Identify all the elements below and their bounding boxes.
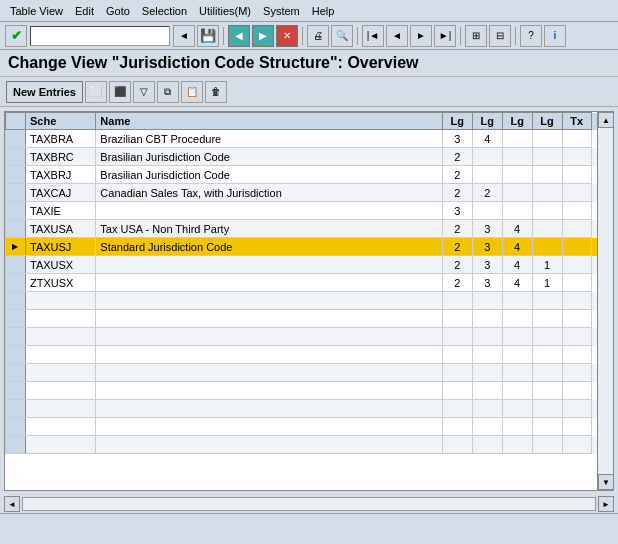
copy-button[interactable]: ⧉ (157, 81, 179, 103)
scroll-left-button[interactable]: ◄ (4, 496, 20, 512)
table-row[interactable]: ZTXUSX2341 (6, 274, 613, 292)
cell-sche (25, 292, 95, 310)
table-row[interactable] (6, 436, 613, 454)
cell-name (96, 202, 443, 220)
table-row[interactable]: TAXCAJCanadian Sales Tax, with Jurisdict… (6, 184, 613, 202)
table-row[interactable] (6, 328, 613, 346)
menu-edit[interactable]: Edit (69, 3, 100, 19)
layout-button[interactable]: ⊞ (465, 25, 487, 47)
cell-tx (562, 400, 591, 418)
last-page-button[interactable]: ►| (434, 25, 456, 47)
deselect-all-button[interactable]: ⬛ (109, 81, 131, 103)
paste-button[interactable]: 📋 (181, 81, 203, 103)
deselect-all-icon: ⬛ (114, 86, 126, 97)
cell-lg1 (442, 364, 472, 382)
help-button[interactable]: ? (520, 25, 542, 47)
nav-left-button[interactable]: ◄ (173, 25, 195, 47)
menu-goto[interactable]: Goto (100, 3, 136, 19)
menu-help[interactable]: Help (306, 3, 341, 19)
back-button[interactable]: ◀ (228, 25, 250, 47)
cell-lg3: 4 (502, 220, 532, 238)
cell-tx (562, 310, 591, 328)
table-row[interactable] (6, 292, 613, 310)
row-indicator-cell (6, 184, 26, 202)
menu-table-view[interactable]: Table View (4, 3, 69, 19)
cell-lg4 (532, 400, 562, 418)
next-page-button[interactable]: ► (410, 25, 432, 47)
table-row[interactable] (6, 346, 613, 364)
command-field[interactable] (30, 26, 170, 46)
cell-name: Brasilian Jurisdiction Code (96, 148, 443, 166)
cell-sche: TAXUSA (25, 220, 95, 238)
menu-utilities[interactable]: Utilities(M) (193, 3, 257, 19)
menu-system[interactable]: System (257, 3, 306, 19)
scroll-down-button[interactable]: ▼ (598, 474, 614, 490)
cell-sche (25, 346, 95, 364)
table-row[interactable] (6, 364, 613, 382)
info-button[interactable]: i (544, 25, 566, 47)
col-sche: Sche (25, 113, 95, 130)
check-button[interactable]: ✔ (5, 25, 27, 47)
row-indicator-cell (6, 292, 26, 310)
find-button[interactable]: 🔍 (331, 25, 353, 47)
menu-selection[interactable]: Selection (136, 3, 193, 19)
cell-lg1 (442, 418, 472, 436)
filter-button[interactable]: ▽ (133, 81, 155, 103)
cell-name: Standard Jurisdiction Code (96, 238, 443, 256)
col-indicator (6, 113, 26, 130)
cell-lg1 (442, 328, 472, 346)
table-row[interactable] (6, 400, 613, 418)
scroll-up-button[interactable]: ▲ (598, 112, 614, 128)
cell-lg4 (532, 220, 562, 238)
table-row[interactable]: TAXBRJBrasilian Jurisdiction Code2 (6, 166, 613, 184)
prev-page-button[interactable]: ◄ (386, 25, 408, 47)
table-row[interactable]: ▶TAXUSJStandard Jurisdiction Code234 (6, 238, 613, 256)
new-entries-button[interactable]: New Entries (6, 81, 83, 103)
status-bar (0, 513, 618, 533)
forward-button[interactable]: ▶ (252, 25, 274, 47)
table-row[interactable] (6, 382, 613, 400)
check-icon: ✔ (11, 28, 22, 43)
cell-sche: TAXBRC (25, 148, 95, 166)
cell-lg1 (442, 382, 472, 400)
scroll-track-vertical[interactable] (598, 128, 613, 474)
col-lg1: Lg (442, 113, 472, 130)
cell-lg2 (472, 436, 502, 454)
cell-lg1: 3 (442, 130, 472, 148)
first-page-button[interactable]: |◄ (362, 25, 384, 47)
table-row[interactable]: TAXBRABrazilian CBT Procedure34 (6, 130, 613, 148)
cell-lg3 (502, 346, 532, 364)
stop-button[interactable]: ✕ (276, 25, 298, 47)
cell-tx (562, 130, 591, 148)
row-indicator-cell (6, 220, 26, 238)
table-row[interactable] (6, 418, 613, 436)
cell-sche: ZTXUSX (25, 274, 95, 292)
table-row[interactable] (6, 310, 613, 328)
cell-name (96, 274, 443, 292)
cell-lg4 (532, 130, 562, 148)
separator-1 (223, 27, 224, 45)
print-button[interactable]: 🖨 (307, 25, 329, 47)
vertical-scrollbar: ▲ ▼ (597, 112, 613, 490)
delete-button[interactable]: 🗑 (205, 81, 227, 103)
cell-lg3 (502, 418, 532, 436)
table-row[interactable]: TAXUSX2341 (6, 256, 613, 274)
table-row[interactable]: TAXIE3 (6, 202, 613, 220)
table-row[interactable]: TAXUSATax USA - Non Third Party234 (6, 220, 613, 238)
settings-button[interactable]: ⊟ (489, 25, 511, 47)
cell-sche (25, 382, 95, 400)
cell-lg2: 3 (472, 256, 502, 274)
scroll-right-button[interactable]: ► (598, 496, 614, 512)
info-icon: i (554, 30, 557, 41)
scroll-track-horizontal[interactable] (22, 497, 596, 511)
horizontal-scrollbar-container: ◄ ► (4, 495, 614, 513)
cell-lg2: 3 (472, 220, 502, 238)
save-button[interactable]: 💾 (197, 25, 219, 47)
table-row[interactable]: TAXBRCBrasilian Jurisdiction Code2 (6, 148, 613, 166)
menu-bar: Table View Edit Goto Selection Utilities… (0, 0, 618, 22)
cell-lg4 (532, 292, 562, 310)
select-all-button[interactable]: ⬜ (85, 81, 107, 103)
cell-name: Canadian Sales Tax, with Jurisdiction (96, 184, 443, 202)
col-lg4: Lg (532, 113, 562, 130)
cell-lg1 (442, 310, 472, 328)
